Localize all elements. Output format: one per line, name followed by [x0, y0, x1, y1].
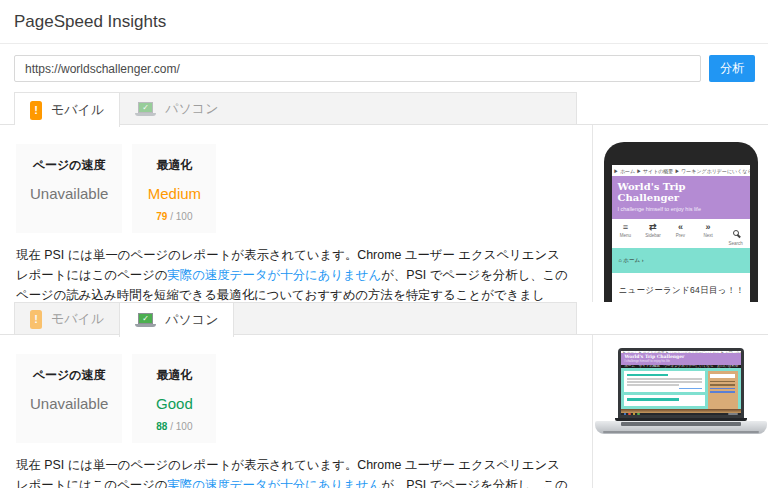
app-dot	[628, 413, 631, 416]
preview-post-title: ニュージーランド64日目っ！！	[619, 285, 743, 297]
next-icon: »	[694, 222, 722, 232]
desktop-section-tabrow: ! モバイル ✓ パソコン	[0, 302, 768, 335]
search-icon	[733, 230, 739, 236]
laptop-sidebar	[708, 371, 738, 409]
tab-mobile[interactable]: ! モバイル	[15, 93, 120, 127]
mobile-phone-alert-icon: !	[30, 310, 42, 329]
speed-card-value: Unavailable	[30, 185, 108, 202]
score-cards: ページの速度 Unavailable 最適化 Medium 79 / 100	[16, 144, 568, 233]
tab-mobile-label: モバイル	[51, 310, 104, 328]
optimization-score: 88 / 100	[146, 421, 202, 432]
optimization-card-value: Medium	[146, 185, 202, 202]
desktop-check-icon: ✓	[135, 102, 156, 116]
laptop-site-header: World's Trip Challenger I challenge hims…	[621, 353, 741, 365]
desktop-check-icon: ✓	[135, 313, 156, 327]
mobile-section-tabrow: ! モバイル ✓ パソコン	[0, 92, 768, 125]
mobile-screenshot-preview: ▶ ホーム ▶ サイトの概要 ▶ ワーキングホリデーにいくなら ▶ お問い合わせ…	[604, 142, 758, 302]
preview-site-title: World's Trip Challenger	[618, 181, 744, 203]
preview-toolbar: ≡ Menu ⇄ Sidebar « Prev »	[612, 219, 750, 248]
tab-desktop[interactable]: ✓ パソコン	[119, 303, 234, 337]
report-paragraph: 現在 PSI には単一のページのレポートが表示されています。Chrome ユーザ…	[16, 245, 568, 302]
desktop-report-section: ! モバイル ✓ パソコン ページの速度 Unavailable 最適化 Goo…	[0, 302, 768, 488]
preview-site-tagline: I challenge himself to enjoy his life	[618, 206, 744, 212]
speed-card: ページの速度 Unavailable	[16, 354, 122, 443]
page-title: PageSpeed Insights	[0, 0, 768, 44]
laptop-post-card	[624, 395, 705, 406]
laptop-post-card	[624, 371, 705, 393]
laptop-taskbar	[621, 413, 741, 416]
optimization-card-label: 最適化	[146, 367, 202, 384]
analyze-button[interactable]: 分析	[709, 55, 755, 82]
speed-card-value: Unavailable	[30, 395, 108, 412]
url-input[interactable]	[14, 55, 701, 82]
prev-icon: «	[667, 222, 695, 232]
preview-menu: ≡ Menu	[612, 222, 640, 246]
speed-data-link[interactable]: 実際の速度データが十分にありません	[168, 478, 382, 488]
optimization-card-label: 最適化	[146, 157, 202, 174]
app-dot	[637, 413, 640, 416]
tab-mobile-label: モバイル	[51, 101, 104, 119]
preview-prev: « Prev	[667, 222, 695, 246]
optimization-score: 79 / 100	[146, 211, 202, 222]
tab-desktop-label: パソコン	[165, 311, 218, 329]
app-dot	[633, 413, 636, 416]
preview-search: Search	[722, 222, 750, 246]
preview-breadcrumb: ⌂ ホーム ›	[612, 248, 750, 273]
mobile-phone-alert-icon: !	[30, 101, 42, 120]
score-cards: ページの速度 Unavailable 最適化 Good 88 / 100	[16, 354, 568, 443]
optimization-card: 最適化 Medium 79 / 100	[132, 144, 216, 233]
laptop-readmore-link	[679, 388, 702, 390]
preview-next: » Next	[694, 222, 722, 246]
preview-site-header: World's Trip Challenger I challenge hims…	[612, 176, 750, 219]
tabstrip: ! モバイル ✓ パソコン	[14, 302, 577, 335]
tabstrip: ! モバイル ✓ パソコン	[14, 92, 577, 125]
laptop-site-tagline: I challenge himself to enjoy his life	[625, 359, 737, 363]
desktop-screenshot-preview: ▶ ホーム ▶ サイトの概要 ▶ ワーキングホリデーにいくなら ▶ お問い合わせ…	[595, 348, 767, 488]
tab-mobile[interactable]: ! モバイル	[15, 303, 119, 335]
speed-card-label: ページの速度	[30, 367, 108, 384]
tab-desktop[interactable]: ✓ パソコン	[120, 93, 233, 125]
app-dot	[624, 413, 627, 416]
laptop-search-box	[710, 374, 735, 378]
tab-desktop-label: パソコン	[165, 100, 218, 118]
sidebar-arrows-icon: ⇄	[639, 222, 667, 232]
system-tray	[728, 413, 738, 416]
analyze-bar: 分析	[0, 44, 768, 92]
preview-top-nav: ▶ ホーム ▶ サイトの概要 ▶ ワーキングホリデーにいくなら ▶ お問い合わせ	[612, 165, 750, 176]
preview-sidebar: ⇄ Sidebar	[639, 222, 667, 246]
speed-card: ページの速度 Unavailable	[16, 144, 122, 233]
speed-card-label: ページの速度	[30, 157, 108, 174]
hamburger-icon: ≡	[612, 222, 640, 232]
optimization-card: 最適化 Good 88 / 100	[132, 354, 216, 443]
mobile-report-section: ! モバイル ✓ パソコン ページの速度 Unavailable 最適化 Med…	[0, 92, 768, 302]
optimization-card-value: Good	[146, 395, 202, 412]
speed-data-link[interactable]: 実際の速度データが十分にありません	[168, 268, 382, 282]
report-paragraph: 現在 PSI には単一のページのレポートが表示されています。Chrome ユーザ…	[16, 455, 568, 488]
laptop-base	[595, 421, 767, 434]
